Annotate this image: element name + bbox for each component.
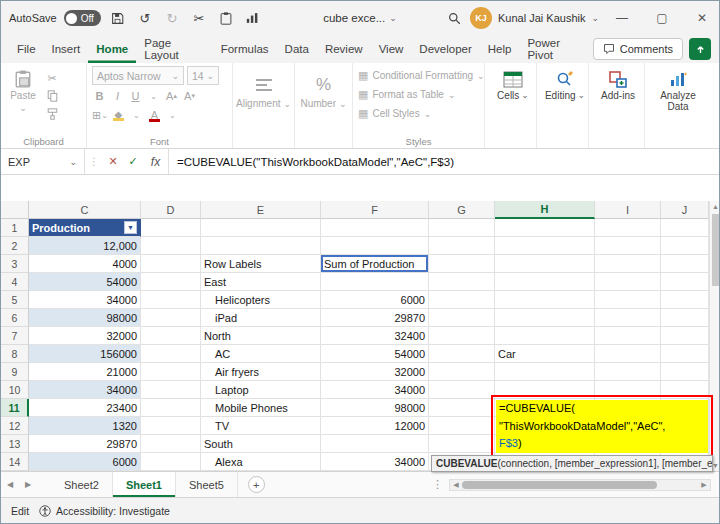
cell-H7[interactable]: [495, 327, 595, 345]
cell-F7[interactable]: 32400: [321, 327, 429, 345]
vertical-scrollbar[interactable]: ▲ ▼: [709, 201, 720, 471]
cell-D10[interactable]: [141, 381, 201, 399]
cell-E3[interactable]: Row Labels: [201, 255, 321, 273]
cell-E7[interactable]: North: [201, 327, 321, 345]
autosave-toggle[interactable]: Off: [64, 10, 101, 26]
menu-tab-home[interactable]: Home: [88, 35, 136, 63]
cell-E10[interactable]: Laptop: [201, 381, 321, 399]
cell-G13[interactable]: [429, 435, 495, 453]
menu-tab-insert[interactable]: Insert: [44, 35, 89, 63]
row-header-4[interactable]: 4: [1, 273, 29, 291]
cell-C14[interactable]: 6000: [29, 453, 141, 471]
bold-button[interactable]: B: [92, 88, 107, 104]
chart-icon[interactable]: [243, 7, 263, 29]
cell-F4[interactable]: [321, 273, 429, 291]
cell-D13[interactable]: [141, 435, 201, 453]
cell-F12[interactable]: 12000: [321, 417, 429, 435]
cell-F14[interactable]: 34000: [321, 453, 429, 471]
cell-D6[interactable]: [141, 309, 201, 327]
cell-I6[interactable]: [595, 309, 661, 327]
accessibility-checker[interactable]: Accessibility: Investigate: [39, 505, 170, 517]
scroll-up-icon[interactable]: ▲: [710, 203, 720, 210]
row-header-11[interactable]: 11: [1, 399, 29, 417]
cell-J10[interactable]: [661, 381, 709, 399]
row-header-2[interactable]: 2: [1, 237, 29, 255]
cell-C8[interactable]: 156000: [29, 345, 141, 363]
minimize-button[interactable]: —: [605, 1, 639, 35]
cell-E6[interactable]: iPad: [201, 309, 321, 327]
cell-J7[interactable]: [661, 327, 709, 345]
share-button[interactable]: [689, 38, 711, 60]
cell-E4[interactable]: East: [201, 273, 321, 291]
cell-E11[interactable]: Mobile Phones: [201, 399, 321, 417]
column-header-H[interactable]: H: [495, 201, 595, 219]
cell-J9[interactable]: [661, 363, 709, 381]
cell-G1[interactable]: [429, 219, 495, 237]
underline-button[interactable]: U: [128, 88, 143, 104]
enter-icon[interactable]: ✓: [123, 149, 143, 174]
conditional-formatting-button[interactable]: ▦ Conditional Formatting ⌄: [358, 66, 479, 85]
cell-G4[interactable]: [429, 273, 495, 291]
cells-button[interactable]: Cells⌄: [490, 66, 536, 101]
font-size-select[interactable]: 14 ⌄: [187, 66, 219, 85]
cell-H8[interactable]: Car: [495, 345, 595, 363]
cell-C5[interactable]: 34000: [29, 291, 141, 309]
cell-E5[interactable]: Helicopters: [201, 291, 321, 309]
cell-G9[interactable]: [429, 363, 495, 381]
cell-G7[interactable]: [429, 327, 495, 345]
menu-tab-file[interactable]: File: [9, 35, 44, 63]
cell-F3[interactable]: Sum of Production: [321, 255, 429, 273]
cell-F6[interactable]: 29870: [321, 309, 429, 327]
new-sheet-button[interactable]: +: [248, 476, 265, 493]
formula-bar-handle[interactable]: ⋮: [85, 156, 103, 167]
cell-G8[interactable]: [429, 345, 495, 363]
cell-G6[interactable]: [429, 309, 495, 327]
cell-H5[interactable]: [495, 291, 595, 309]
cell-H2[interactable]: [495, 237, 595, 255]
clipboard-icon[interactable]: [216, 7, 236, 29]
cell-E2[interactable]: [201, 237, 321, 255]
document-title[interactable]: cube exce... ⌄: [323, 12, 397, 24]
column-header-D[interactable]: D: [141, 201, 201, 219]
shrink-font-button[interactable]: A▾: [182, 88, 197, 104]
addins-button[interactable]: Add-ins: [594, 66, 642, 101]
cell-I8[interactable]: [595, 345, 661, 363]
cell-H3[interactable]: [495, 255, 595, 273]
cell-F1[interactable]: [321, 219, 429, 237]
cell-I4[interactable]: [595, 273, 661, 291]
cell-F11[interactable]: 98000: [321, 399, 429, 417]
cell-C9[interactable]: 21000: [29, 363, 141, 381]
cell-D3[interactable]: [141, 255, 201, 273]
row-header-10[interactable]: 10: [1, 381, 29, 399]
column-header-I[interactable]: I: [595, 201, 661, 219]
number-button[interactable]: % Number⌄: [300, 66, 347, 109]
cell-H6[interactable]: [495, 309, 595, 327]
cell-H10[interactable]: [495, 381, 595, 399]
underline-options-chevron-icon[interactable]: ⌄: [146, 88, 161, 104]
font-name-select[interactable]: Aptos Narrow ⌄: [92, 66, 184, 85]
row-header-5[interactable]: 5: [1, 291, 29, 309]
cancel-icon[interactable]: ✕: [103, 149, 123, 174]
analyze-data-button[interactable]: Analyze Data: [650, 66, 706, 112]
menu-tab-view[interactable]: View: [371, 35, 412, 63]
menu-tab-power-pivot[interactable]: Power Pivot: [519, 35, 592, 63]
scroll-right-icon[interactable]: ▶: [698, 481, 710, 489]
row-header-14[interactable]: 14: [1, 453, 29, 471]
cell-E12[interactable]: TV: [201, 417, 321, 435]
cell-D2[interactable]: [141, 237, 201, 255]
fill-color-chevron-icon[interactable]: ⌄: [129, 107, 144, 123]
row-header-3[interactable]: 3: [1, 255, 29, 273]
redo-icon[interactable]: ↻: [162, 7, 182, 29]
cell-F10[interactable]: 34000: [321, 381, 429, 399]
menu-tab-developer[interactable]: Developer: [411, 35, 479, 63]
cell-G10[interactable]: [429, 381, 495, 399]
cut-icon[interactable]: ✂: [189, 7, 209, 29]
cell-I10[interactable]: [595, 381, 661, 399]
cell-E1[interactable]: [201, 219, 321, 237]
close-button[interactable]: ✕: [685, 1, 719, 35]
borders-button[interactable]: ⊞⌄: [92, 107, 108, 123]
cell-F5[interactable]: 6000: [321, 291, 429, 309]
scrollbar-splitter-handle[interactable]: ⋮: [426, 478, 449, 491]
horizontal-scroll-thumb[interactable]: [462, 481, 657, 489]
insert-function-icon[interactable]: fx: [143, 149, 169, 174]
